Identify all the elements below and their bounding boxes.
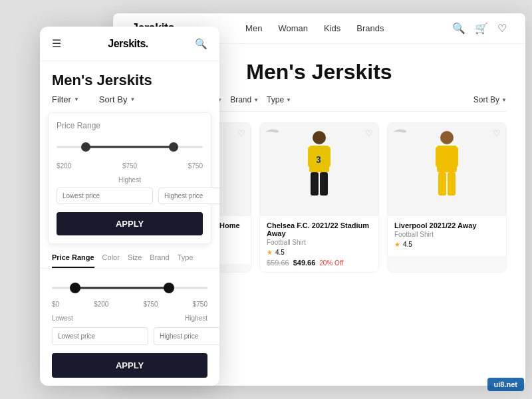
product-info-2: Chelsea F.C. 2021/22 Stadium Away Footba…	[260, 216, 378, 272]
mobile-range-slider[interactable]	[52, 278, 207, 298]
product-rating-2: ★ 4.5	[267, 249, 372, 256]
mobile-range-thumb-right[interactable]	[164, 283, 174, 293]
mobile-range-fill	[75, 287, 168, 289]
tab-price-range[interactable]: Price Range	[52, 253, 94, 268]
dropdown-title: Price Range	[57, 121, 203, 130]
svg-point-13	[440, 131, 454, 144]
range-thumb-left[interactable]	[81, 142, 90, 152]
mobile-filter-sort: Filter ▼ Sort By ▼	[40, 94, 219, 112]
product-name-3: Liverpool 2021/22 Away	[394, 221, 499, 229]
tab-type[interactable]: Type	[178, 253, 194, 268]
product-image-2: ♡ 3	[260, 123, 378, 216]
mobile-logo: Jerskits.	[108, 38, 148, 50]
desktop-nav: Men Woman Kids Brands	[245, 23, 384, 33]
filter-type[interactable]: Type ▼	[267, 95, 291, 104]
product-type-3: Football Shirt	[394, 231, 499, 238]
price-sale: $49.66	[293, 259, 316, 267]
svg-rect-12	[320, 172, 328, 196]
watermark: ui8.net	[487, 378, 524, 391]
mobile-page-title: Men's Jerskits	[40, 61, 219, 94]
svg-rect-17	[438, 172, 446, 196]
sort-by-button[interactable]: Sort By ▼	[473, 95, 507, 104]
lowest-highest-labels: Lowest Highest	[52, 315, 207, 322]
chevron-down-icon: ▼	[253, 97, 259, 103]
range-thumb-right[interactable]	[169, 142, 178, 152]
product-type-2: Football Shirt	[267, 239, 372, 246]
nav-kids[interactable]: Kids	[324, 23, 340, 33]
chevron-down-icon: ▼	[501, 97, 507, 103]
desktop-range-slider[interactable]	[57, 137, 203, 157]
mobile-filter-button[interactable]: Filter ▼	[52, 94, 79, 104]
wishlist-icon[interactable]: ♡	[365, 128, 373, 138]
product-name-2: Chelsea F.C. 2021/22 Stadium Away	[267, 221, 372, 237]
mobile-range-labels: $0 $200 $750 $750	[52, 301, 207, 308]
mobile-lowest-input[interactable]	[52, 327, 148, 345]
mobile-highest-input[interactable]	[154, 327, 219, 345]
nav-woman[interactable]: Woman	[278, 23, 308, 33]
lowest-price-input[interactable]	[57, 188, 153, 204]
svg-rect-18	[448, 172, 456, 196]
wishlist-icon[interactable]: ♡	[497, 22, 507, 35]
highest-price-input[interactable]	[158, 188, 219, 204]
mobile-range-inputs	[52, 327, 207, 345]
wishlist-icon[interactable]: ♡	[493, 128, 501, 138]
filter-brand[interactable]: Brand ▼	[230, 95, 259, 104]
mobile-sort-button[interactable]: Sort By ▼	[99, 94, 136, 104]
range-labels: $200 $750 $750	[57, 162, 203, 170]
tab-size[interactable]: Size	[128, 253, 142, 268]
highest-label: Highest	[57, 176, 203, 184]
star-icon: ★	[267, 249, 273, 256]
svg-rect-15	[436, 147, 444, 167]
price-discount: 20% Off	[319, 259, 343, 267]
product-info-3: Liverpool 2021/22 Away Football Shirt ★ …	[388, 216, 506, 256]
product-image-3: ♡	[388, 123, 506, 216]
star-icon: ★	[394, 241, 400, 248]
product-price-2: $59.66 $49.66 20% Off	[267, 259, 372, 267]
nav-men[interactable]: Men	[245, 23, 262, 33]
mobile-price-section: $0 $200 $750 $750 Lowest Highest APPLY	[40, 269, 219, 378]
product-card-2[interactable]: ♡ 3 Chelsea F.C. 2021/22 Stadium Away Fo…	[259, 122, 379, 273]
mobile-header: ☰ Jerskits. 🔍	[40, 27, 219, 61]
cart-icon[interactable]: 🛒	[475, 22, 488, 35]
price-original: $59.66	[267, 259, 289, 267]
product-person-figure-2: 3	[296, 130, 342, 209]
svg-rect-16	[450, 147, 458, 167]
mobile-range-thumb-left[interactable]	[70, 283, 80, 293]
hamburger-icon[interactable]: ☰	[52, 37, 61, 50]
wishlist-icon[interactable]: ♡	[237, 128, 245, 138]
svg-point-6	[313, 131, 326, 144]
svg-text:3: 3	[316, 154, 321, 165]
mobile-apply-button[interactable]: APPLY	[52, 353, 207, 378]
mobile-ui: ☰ Jerskits. 🔍 Men's Jerskits Filter ▼ So…	[40, 27, 219, 386]
tab-brand[interactable]: Brand	[150, 253, 169, 268]
desktop-nav-icons: 🔍 🛒 ♡	[452, 22, 507, 35]
chevron-down-icon: ▼	[130, 96, 135, 102]
product-person-figure-3	[424, 130, 470, 209]
search-icon[interactable]: 🔍	[452, 22, 466, 35]
svg-rect-10	[322, 147, 331, 167]
chevron-down-icon: ▼	[286, 97, 291, 103]
range-inputs	[57, 188, 203, 204]
mobile-tabs: Price Range Color Size Brand Type	[40, 244, 219, 269]
apply-button-dropdown[interactable]: APPLY	[57, 212, 203, 235]
svg-rect-11	[311, 172, 319, 196]
search-icon[interactable]: 🔍	[195, 38, 207, 50]
chevron-down-icon: ▼	[74, 96, 79, 102]
nav-brands[interactable]: Brands	[356, 23, 384, 33]
range-fill	[86, 146, 174, 148]
svg-rect-9	[308, 147, 317, 167]
product-card-3[interactable]: ♡ Liverpool 2021/22 Away Football Shirt	[387, 122, 507, 273]
product-rating-3: ★ 4.5	[394, 241, 499, 248]
mobile-price-dropdown: Price Range $200 $750 $750 Highest APPLY	[48, 112, 211, 244]
tab-color[interactable]: Color	[102, 253, 120, 268]
